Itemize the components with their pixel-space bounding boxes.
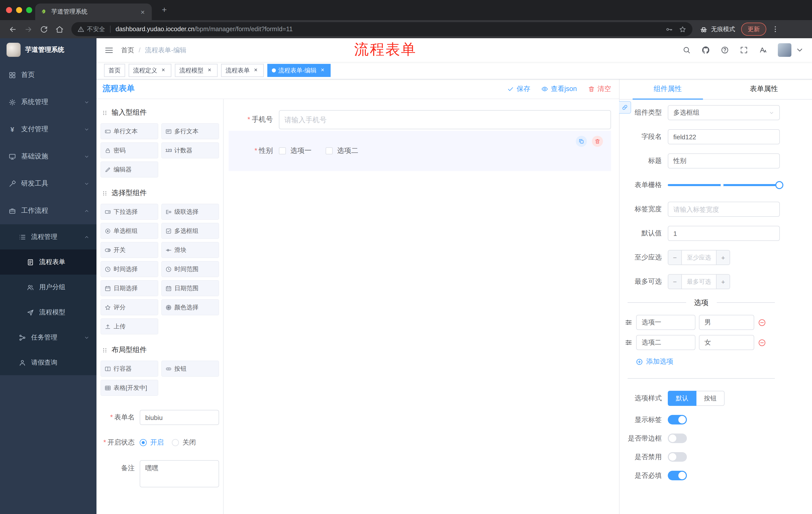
show-label-toggle[interactable] [668,415,687,425]
palette-item-date-range[interactable]: 日期范围 [161,280,219,296]
palette-item-slider[interactable]: 滑块 [161,242,219,258]
palette-item-date-picker[interactable]: 日期选择 [100,280,158,296]
browser-home-icon[interactable] [55,25,64,33]
sidebar-item-home[interactable]: 首页 [0,61,96,88]
decrease-button[interactable]: − [668,250,682,265]
tag-close-icon[interactable]: × [206,67,213,74]
max-select-input[interactable] [682,275,716,289]
min-select-input[interactable] [682,250,716,265]
palette-item-row-container[interactable]: 行容器 [100,360,158,377]
default-value-input[interactable] [668,226,780,241]
grid-slider[interactable] [668,178,780,193]
link-button[interactable] [619,101,631,114]
search-icon[interactable] [683,46,691,54]
palette-item-password[interactable]: 密码 [100,142,158,158]
increase-button[interactable]: + [716,250,730,265]
palette-item-upload[interactable]: 上传 [100,318,158,334]
selected-component-gender[interactable]: *性别 选项一 选项二 [229,131,611,171]
sidebar-item-workflow[interactable]: 工作流程 [0,197,96,224]
required-toggle[interactable] [668,471,687,480]
status-off-radio[interactable] [172,439,179,446]
forward-icon[interactable] [24,25,33,33]
sidebar-item-user-group[interactable]: 用户分组 [0,275,96,300]
palette-item-time-range[interactable]: 时间范围 [161,261,219,277]
palette-item-select[interactable]: 下拉选择 [100,204,158,220]
palette-item-rate[interactable]: 评分 [100,299,158,315]
palette-item-multi-line-text[interactable]: 多行文本 [161,123,219,139]
form-name-input[interactable] [140,410,219,425]
copy-component-button[interactable] [576,136,587,147]
palette-item-time-picker[interactable]: 时间选择 [100,261,158,277]
palette-item-radio-group[interactable]: 单选框组 [100,223,158,239]
option1-value-input[interactable] [699,315,754,330]
phone-field-row[interactable]: *手机号 [229,110,611,129]
component-type-select[interactable]: 多选框组 [668,105,780,120]
palette-item-switch[interactable]: 开关 [100,242,158,258]
new-tab-button[interactable]: + [159,4,170,16]
sidebar-item-system-management[interactable]: 系统管理 [0,88,96,116]
palette-item-cascader[interactable]: 级联选择 [161,204,219,220]
border-toggle[interactable] [668,434,687,443]
style-button-button[interactable]: 按钮 [696,391,725,406]
sidebar-item-infrastructure[interactable]: 基础设施 [0,143,96,170]
palette-item-table[interactable]: 表格[开发中] [100,380,158,396]
slider-handle[interactable] [775,181,783,189]
option2-value-input[interactable] [699,335,754,350]
sidebar-item-process-model[interactable]: 流程模型 [0,300,96,325]
tag-process-form-edit[interactable]: 流程表单-编辑 × [267,64,330,77]
palette-item-counter[interactable]: 123计数器 [161,142,219,158]
sidebar-item-process-management[interactable]: 流程管理 [0,224,96,249]
tag-close-icon[interactable]: × [252,67,259,74]
palette-item-single-line-text[interactable]: 单行文本 [100,123,158,139]
avatar-caret-icon[interactable] [795,46,804,54]
style-default-button[interactable]: 默认 [668,391,696,406]
label-width-input[interactable] [668,202,780,217]
view-json-button[interactable]: 查看json [541,84,577,93]
remove-option-icon[interactable] [758,338,766,347]
sidebar-item-leave-query[interactable]: 请假查询 [0,350,96,375]
phone-input[interactable] [279,110,611,129]
palette-item-color-picker[interactable]: 颜色选择 [161,299,219,315]
address-bar[interactable]: 不安全 dashboard.yudao.iocoder.cn/bpm/manag… [71,22,692,36]
tag-home[interactable]: 首页 [104,64,125,77]
disabled-toggle[interactable] [668,452,687,462]
github-icon[interactable] [701,46,710,54]
gender-option2[interactable]: 选项二 [326,146,358,155]
tab-component-props[interactable]: 组件属性 [619,79,716,99]
window-minimize-button[interactable] [16,7,22,13]
increase-button[interactable]: + [716,275,730,289]
drag-handle-icon[interactable] [625,339,633,347]
status-off-label[interactable]: 关闭 [182,438,196,447]
help-icon[interactable] [721,46,729,54]
save-button[interactable]: 保存 [507,84,530,93]
password-key-icon[interactable] [665,25,673,33]
tag-process-model[interactable]: 流程模型 × [175,64,218,77]
fullscreen-icon[interactable] [740,46,748,54]
tab-close-icon[interactable]: × [139,8,147,16]
drag-handle-icon[interactable] [625,318,633,326]
browser-menu-icon[interactable] [771,25,779,33]
update-button[interactable]: 更新 [741,23,766,36]
window-zoom-button[interactable] [26,7,32,13]
hamburger-icon[interactable] [105,46,114,55]
font-size-icon[interactable] [759,46,767,54]
decrease-button[interactable]: − [668,275,682,289]
app-logo[interactable]: 芋道管理系统 [0,38,96,61]
gender-option1[interactable]: 选项一 [279,146,312,155]
tag-close-icon[interactable]: × [160,67,167,74]
palette-item-editor[interactable]: 编辑器 [100,161,158,178]
remark-textarea[interactable]: 嘿嘿 [140,460,219,487]
window-close-button[interactable] [6,7,12,13]
remove-option-icon[interactable] [758,318,766,327]
clear-button[interactable]: 清空 [588,84,611,93]
checkbox-icon[interactable] [326,147,332,154]
sidebar-item-dev-tools[interactable]: 研发工具 [0,170,96,197]
title-input[interactable] [668,154,780,168]
status-on-radio[interactable] [140,439,147,446]
bookmark-star-icon[interactable] [679,25,686,33]
delete-component-button[interactable] [592,136,603,147]
tab-form-props[interactable]: 表单属性 [716,79,812,99]
palette-item-checkbox-group[interactable]: 多选框组 [161,223,219,239]
tag-process-form[interactable]: 流程表单 × [221,64,264,77]
option1-label-input[interactable] [636,315,695,330]
